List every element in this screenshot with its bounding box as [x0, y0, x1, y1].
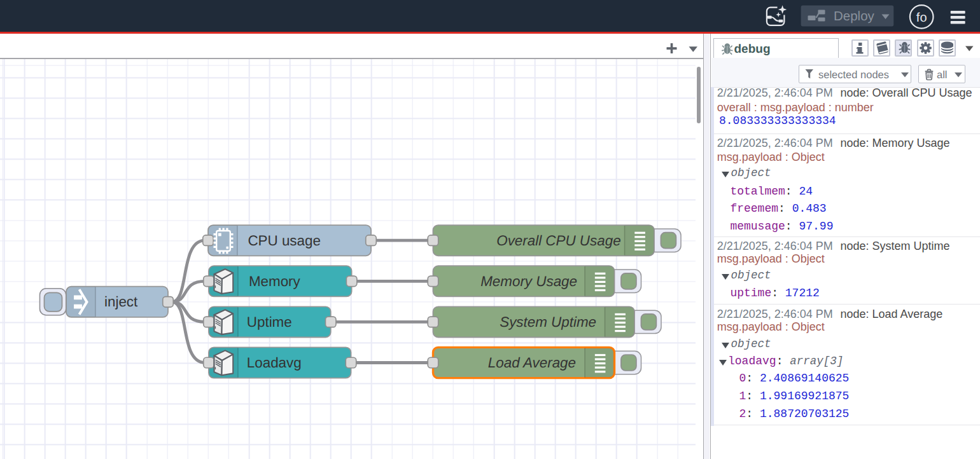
svg-text:debug: debug	[734, 43, 771, 56]
svg-text:all: all	[937, 69, 948, 81]
svg-text:Uptime: Uptime	[247, 314, 292, 330]
svg-text:Memory Usage: Memory Usage	[480, 273, 577, 289]
svg-text:inject: inject	[104, 294, 138, 310]
svg-text:Deploy: Deploy	[834, 9, 875, 24]
svg-text:Memory: Memory	[249, 273, 301, 289]
svg-text:CPU usage: CPU usage	[248, 233, 321, 249]
svg-text:Loadavg: Loadavg	[247, 355, 302, 371]
svg-text:System Uptime: System Uptime	[500, 314, 596, 330]
svg-text:Overall CPU Usage: Overall CPU Usage	[496, 233, 620, 249]
svg-text:Load Average: Load Average	[488, 355, 576, 371]
svg-text:fo: fo	[916, 11, 927, 25]
svg-text:selected nodes: selected nodes	[818, 69, 889, 81]
